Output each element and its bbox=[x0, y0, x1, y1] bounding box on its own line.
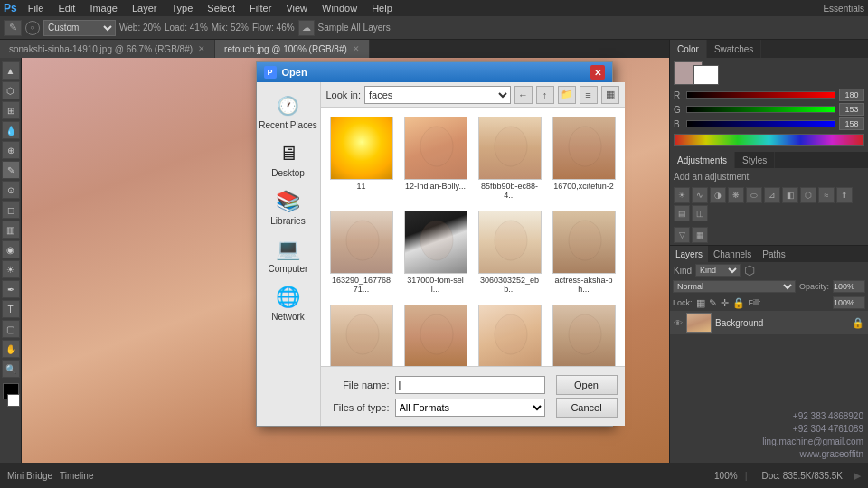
file-thumb-10 bbox=[478, 305, 542, 366]
svg-point-4 bbox=[420, 221, 453, 260]
file-item-0[interactable]: 11 bbox=[328, 115, 395, 202]
file-name-0: 11 bbox=[356, 182, 365, 191]
file-thumb-4 bbox=[330, 211, 393, 274]
file-item-3[interactable]: 16700,xcitefun-2 bbox=[551, 115, 618, 202]
svg-point-10 bbox=[569, 314, 601, 354]
file-thumb-7 bbox=[552, 211, 616, 274]
file-name-input[interactable] bbox=[395, 376, 545, 394]
file-name-2: 85fbb90b-ec88-4... bbox=[478, 182, 542, 200]
file-name-5: 317000-tom-sell... bbox=[404, 276, 467, 294]
filetype-row: Files of type: All Formats Cancel bbox=[328, 398, 618, 418]
look-in-select[interactable]: faces bbox=[364, 86, 510, 104]
file-thumb-2 bbox=[478, 117, 542, 180]
file-item-9[interactable]: angelina_jolie_2... bbox=[402, 303, 469, 366]
file-thumb-11 bbox=[552, 305, 616, 366]
dialog-footer: File name: Open Files of type: All Forma… bbox=[321, 366, 625, 426]
sidebar-recent-label: Recent Places bbox=[259, 120, 316, 130]
file-thumb-8 bbox=[330, 305, 393, 366]
cancel-btn-container: Cancel bbox=[556, 398, 618, 418]
sidebar-desktop[interactable]: 🖥 Desktop bbox=[257, 137, 320, 182]
sidebar-computer-label: Computer bbox=[269, 264, 308, 274]
sidebar-recent-places[interactable]: 🕐 Recent Places bbox=[257, 89, 320, 134]
file-thumb-0 bbox=[330, 117, 393, 180]
dialog-close-button[interactable]: ✕ bbox=[590, 65, 605, 80]
file-name-4: 163290_16776871... bbox=[330, 276, 393, 294]
footer-buttons: Open bbox=[556, 375, 618, 395]
filename-row: File name: Open bbox=[328, 375, 618, 395]
recent-places-icon: 🕐 bbox=[274, 93, 303, 118]
svg-point-6 bbox=[569, 221, 601, 260]
computer-icon: 💻 bbox=[274, 237, 303, 262]
view-menu-btn[interactable]: ≡ bbox=[580, 86, 598, 104]
file-name-7: actress-aksha-ph... bbox=[552, 276, 616, 294]
desktop-icon: 🖥 bbox=[274, 141, 303, 166]
dialog-title: Open bbox=[282, 67, 307, 78]
file-item-7[interactable]: actress-aksha-ph... bbox=[551, 209, 618, 296]
svg-point-8 bbox=[420, 314, 453, 354]
file-item-4[interactable]: 163290_16776871... bbox=[328, 209, 395, 296]
nav-back-btn[interactable]: ← bbox=[514, 86, 533, 104]
svg-point-7 bbox=[346, 314, 379, 354]
open-dialog: P Open ✕ 🕐 Recent Places 🖥 Desktop 📚 Lib… bbox=[256, 61, 613, 427]
file-thumb-6 bbox=[478, 211, 542, 274]
sidebar-computer[interactable]: 💻 Computer bbox=[257, 233, 320, 277]
svg-point-3 bbox=[346, 221, 379, 260]
dialog-sidebar: 🕐 Recent Places 🖥 Desktop 📚 Libraries 💻 … bbox=[257, 82, 321, 426]
svg-point-2 bbox=[569, 127, 601, 166]
file-name-3: 16700,xcitefun-2 bbox=[553, 182, 614, 191]
file-thumb-1 bbox=[404, 117, 467, 180]
svg-point-5 bbox=[495, 221, 527, 260]
file-item-8[interactable]: aishwarya-rai bbox=[328, 303, 395, 366]
dialog-main: Look in: faces ← ↑ 📁 ≡ ▦ 1112-Indian-Bol… bbox=[321, 82, 625, 426]
file-thumb-3 bbox=[552, 117, 616, 180]
svg-point-0 bbox=[420, 127, 453, 166]
dialog-overlay: P Open ✕ 🕐 Recent Places 🖥 Desktop 📚 Lib… bbox=[0, 0, 868, 488]
dialog-icon: P bbox=[264, 66, 277, 79]
svg-point-9 bbox=[495, 314, 527, 354]
file-thumb-9 bbox=[404, 305, 467, 366]
sidebar-network-label: Network bbox=[271, 312, 305, 322]
svg-point-1 bbox=[495, 127, 527, 166]
file-name-6: 3060303252_ebb... bbox=[478, 276, 542, 294]
sidebar-libraries-label: Libraries bbox=[270, 216, 305, 226]
open-button[interactable]: Open bbox=[556, 375, 618, 395]
file-item-1[interactable]: 12-Indian-Bolly... bbox=[402, 115, 469, 202]
dialog-body: 🕐 Recent Places 🖥 Desktop 📚 Libraries 💻 … bbox=[257, 82, 612, 426]
file-item-6[interactable]: 3060303252_ebb... bbox=[476, 209, 543, 296]
files-type-label: Files of type: bbox=[328, 402, 390, 413]
look-in-label: Look in: bbox=[326, 89, 362, 100]
file-item-11[interactable]: AngelinaJolie2 bbox=[551, 303, 618, 366]
file-item-10[interactable]: Angelina-Jolie-1 bbox=[476, 303, 543, 366]
sidebar-desktop-label: Desktop bbox=[271, 168, 305, 178]
libraries-icon: 📚 bbox=[274, 189, 303, 214]
file-grid: 1112-Indian-Bolly...85fbb90b-ec88-4...16… bbox=[321, 108, 625, 366]
file-item-2[interactable]: 85fbb90b-ec88-4... bbox=[476, 115, 543, 202]
file-thumb-5 bbox=[404, 211, 467, 274]
file-item-5[interactable]: 317000-tom-sell... bbox=[402, 209, 469, 296]
sidebar-libraries[interactable]: 📚 Libraries bbox=[257, 185, 320, 230]
nav-up-btn[interactable]: ↑ bbox=[536, 86, 554, 104]
file-name-label: File name: bbox=[328, 380, 390, 390]
sidebar-network[interactable]: 🌐 Network bbox=[257, 281, 320, 325]
network-icon: 🌐 bbox=[274, 285, 303, 310]
view-toggle-btn[interactable]: ▦ bbox=[601, 86, 619, 104]
new-folder-btn[interactable]: 📁 bbox=[558, 86, 576, 104]
dialog-titlebar: P Open ✕ bbox=[257, 62, 612, 82]
dialog-file-toolbar: Look in: faces ← ↑ 📁 ≡ ▦ bbox=[321, 82, 625, 108]
cancel-button[interactable]: Cancel bbox=[556, 398, 618, 418]
file-name-1: 12-Indian-Bolly... bbox=[405, 182, 466, 191]
file-type-select[interactable]: All Formats bbox=[395, 399, 545, 417]
